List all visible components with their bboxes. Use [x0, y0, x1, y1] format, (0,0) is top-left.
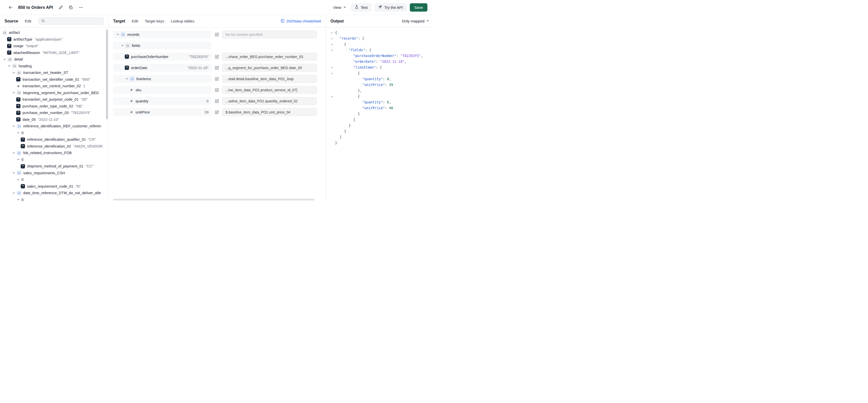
- chevron-down-icon[interactable]: [11, 71, 16, 74]
- source-tree-row[interactable]: {}detail: [0, 56, 108, 63]
- collapse-chevron-icon[interactable]: [329, 65, 335, 71]
- chevron-down-icon[interactable]: [16, 198, 20, 201]
- source-tree-row[interactable]: []date_time_reference_DTM_do_not_deliver…: [0, 190, 108, 197]
- source-tree-row[interactable]: "reference_identification_qualifier_01"C…: [0, 136, 108, 143]
- target-tree-row[interactable]: "purchaseOrderNumber"T82Z63Y5": [113, 53, 212, 61]
- view-dropdown[interactable]: View: [332, 4, 348, 11]
- more-options-icon[interactable]: [77, 3, 85, 11]
- edit-mapping-icon[interactable]: [214, 66, 220, 70]
- chevron-down-icon[interactable]: [16, 131, 20, 134]
- target-tab-lookup-tables[interactable]: Lookup tables: [171, 19, 194, 23]
- edit-mapping-icon[interactable]: [214, 55, 220, 59]
- chevron-down-icon[interactable]: [11, 192, 16, 195]
- source-tree-row[interactable]: []fob_related_instructions_FOB: [0, 149, 108, 156]
- target-tree-row[interactable]: []lineItems: [113, 75, 212, 83]
- target-tree-row[interactable]: []records: [113, 31, 212, 38]
- source-tree-row[interactable]: "attachedReason"WITHIN_SIZE_LIMIT": [0, 49, 108, 56]
- source-tree-row[interactable]: 0: [0, 176, 108, 183]
- chevron-down-icon[interactable]: [11, 91, 16, 94]
- source-tree-row[interactable]: "transaction_set_purpose_code_01"00": [0, 96, 108, 103]
- source-tree-row[interactable]: "date_05"2022-11-10": [0, 116, 108, 123]
- search-input[interactable]: [47, 19, 101, 24]
- chevron-down-icon[interactable]: [16, 178, 20, 181]
- source-tree-row[interactable]: {}heading: [0, 63, 108, 70]
- source-tree-row[interactable]: 0: [0, 197, 108, 201]
- target-tree-row[interactable]: #sku: [113, 86, 212, 94]
- json-line: "lineItems": [: [329, 65, 433, 70]
- chevron-down-icon[interactable]: [11, 171, 16, 174]
- chevron-down-icon[interactable]: [116, 33, 120, 36]
- source-tree-row[interactable]: "sales_requirement_code_01"N": [0, 183, 108, 190]
- chevron-down-icon[interactable]: [7, 64, 11, 68]
- source-tree-row[interactable]: []reference_identification_REF_customer_…: [0, 123, 108, 130]
- output-filter-dropdown[interactable]: Only mapped: [402, 19, 430, 23]
- source-tree-row[interactable]: {}transaction_set_header_ST: [0, 69, 108, 76]
- chevron-down-icon[interactable]: [11, 151, 16, 155]
- target-tree-row[interactable]: {}fields: [113, 42, 212, 49]
- source-tab-edit[interactable]: Edit: [25, 19, 31, 23]
- field-name: reference_identification_REF_customer_re…: [23, 124, 101, 128]
- chevron-down-icon[interactable]: [125, 77, 129, 80]
- collapse-chevron-icon[interactable]: [329, 47, 335, 53]
- source-tree-row[interactable]: "transaction_set_identifier_code_01"850": [0, 76, 108, 83]
- mapping-expression-input[interactable]: [222, 53, 317, 61]
- source-tree-row[interactable]: "purchase_order_number_03"T82Z63Y5": [0, 109, 108, 116]
- try-api-button[interactable]: Try the API: [374, 3, 407, 11]
- mapping-rows: []records{}fields"purchaseOrderNumber"T8…: [108, 28, 326, 201]
- edit-mapping-icon[interactable]: [214, 99, 220, 103]
- source-tree-row[interactable]: []sales_requirements_CSH: [0, 170, 108, 176]
- source-tree-row[interactable]: "shipment_method_of_payment_01"CC": [0, 163, 108, 170]
- rename-icon[interactable]: [57, 3, 65, 11]
- string-icon: ": [125, 55, 129, 59]
- json-token: ,: [421, 54, 423, 58]
- source-pane-header: Source Edit: [0, 15, 108, 28]
- jsonata-cheatsheet-link[interactable]: JSONata cheatsheet: [281, 19, 321, 24]
- target-tree-row[interactable]: #quantity8: [113, 97, 212, 105]
- source-tree-row[interactable]: "usage"output": [0, 43, 108, 49]
- chevron-down-icon[interactable]: [16, 158, 20, 161]
- source-tree-row[interactable]: "reference_identification_02"AMZN_VENDOR: [0, 143, 108, 150]
- target-tab-target-keys[interactable]: Target keys: [145, 19, 164, 23]
- field-name: 0: [22, 131, 24, 135]
- chevron-down-icon[interactable]: [2, 58, 6, 61]
- source-tree-row[interactable]: {}beginning_segment_for_purchase_order_B…: [0, 90, 108, 96]
- mapping-expression-input[interactable]: [222, 108, 317, 116]
- back-button[interactable]: [6, 3, 14, 11]
- target-horizontal-scrollbar[interactable]: [113, 199, 314, 201]
- source-tree-row[interactable]: 0: [0, 156, 108, 163]
- collapse-chevron-icon[interactable]: [329, 30, 335, 36]
- target-tree-row[interactable]: #unitPrice39: [113, 108, 212, 116]
- mapping-expression-wrap: [222, 64, 317, 72]
- target-tree-row[interactable]: "orderDate"2022-11-10": [113, 64, 212, 72]
- mapping-expression-input[interactable]: [222, 86, 317, 94]
- edit-mapping-icon[interactable]: [214, 77, 220, 81]
- collapse-chevron-icon[interactable]: [329, 94, 335, 100]
- test-button[interactable]: Test: [351, 3, 372, 11]
- mapping-expression-input[interactable]: [222, 97, 317, 105]
- copy-icon[interactable]: [67, 3, 75, 11]
- source-tree-row[interactable]: {}artifact: [0, 29, 108, 36]
- save-button[interactable]: Save: [410, 3, 428, 11]
- collapse-chevron-icon[interactable]: [329, 36, 335, 42]
- source-tree-row[interactable]: "purchase_order_type_code_02"NE": [0, 103, 108, 110]
- source-search-box[interactable]: [38, 17, 104, 25]
- mapping-expression-input[interactable]: [222, 64, 317, 72]
- source-tree-row[interactable]: 0: [0, 130, 108, 136]
- json-token: "lineItems": [353, 65, 376, 69]
- field-name: transaction_set_purpose_code_01: [23, 97, 79, 101]
- chevron-down-icon[interactable]: [11, 125, 16, 128]
- source-tree-row[interactable]: "artifactType"application/json": [0, 36, 108, 43]
- collapse-chevron-icon[interactable]: [329, 71, 335, 76]
- save-button-label: Save: [414, 5, 423, 9]
- edit-mapping-icon[interactable]: [214, 32, 220, 37]
- target-tab-edit[interactable]: Edit: [132, 19, 138, 23]
- mapping-expression-input[interactable]: [222, 75, 317, 83]
- edit-mapping-icon[interactable]: [214, 88, 220, 92]
- collapse-chevron-icon[interactable]: [329, 42, 335, 47]
- source-tree-row[interactable]: #transaction_set_control_number_021: [0, 83, 108, 90]
- mapping-expression-input[interactable]: [222, 31, 317, 38]
- chevron-down-icon[interactable]: [120, 44, 124, 47]
- json-token: ,: [404, 60, 406, 64]
- source-vertical-scrollbar[interactable]: [106, 30, 108, 119]
- edit-mapping-icon[interactable]: [214, 110, 220, 114]
